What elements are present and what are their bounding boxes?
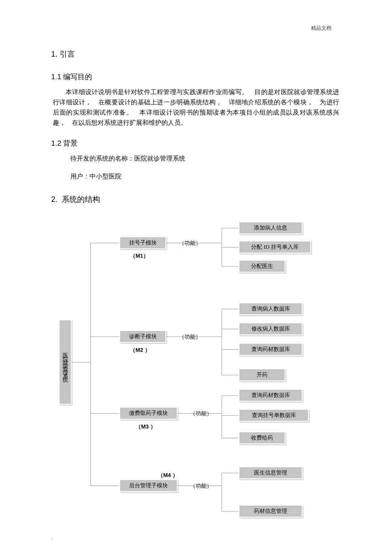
module-m3-func-label: （功能） (190, 410, 212, 417)
module-m1-box: 挂号子模块 (119, 236, 166, 249)
connector (72, 362, 90, 362)
connector (222, 395, 222, 438)
connector (222, 309, 222, 375)
connector (90, 336, 119, 337)
section-1-2-line1: 待开发的系统的名称：医院就诊管理系统 (51, 153, 341, 164)
connector (222, 247, 239, 247)
section-1-2-number: 1.2 (51, 139, 61, 147)
m4-item-1: 药材信息管理 (239, 505, 303, 518)
module-m1-code: （M1） (130, 252, 149, 260)
section-1-title: 引言 (60, 50, 75, 58)
m1-item-2: 分配医生 (239, 260, 285, 273)
module-m4-code: （M4 ） (158, 472, 178, 479)
section-1-2-title: 背景 (63, 139, 78, 147)
structure-diagram: 医院就诊管理系统 挂号子模块 （M1） （功能） 添加病人信息 分配 ID 挂号… (51, 217, 341, 515)
connector (222, 511, 239, 512)
root-box: 医院就诊管理系统 (59, 319, 72, 405)
m1-item-0: 添加病人信息 (239, 221, 303, 234)
section-1-1-title: 编写目的 (63, 73, 92, 81)
module-m2-box: 诊断子模块 (119, 330, 166, 343)
section-2-number: 2. (51, 195, 58, 204)
connector (178, 486, 222, 486)
connector (222, 349, 239, 350)
section-1-heading: 1. 引言 (51, 49, 341, 59)
m3-item-2: 收费给药 (239, 431, 285, 444)
connector (222, 473, 222, 511)
section-1-2-line2: 用户：中小型医院 (51, 171, 341, 181)
footer-dot: . (51, 535, 52, 541)
connector (90, 486, 119, 486)
section-1-1-paragraph: 本详细设计说明书是针对软件工程管理与实践课程作业而编写。 目的是对医院就诊管理系… (51, 87, 341, 128)
connector (222, 375, 239, 375)
m3-item-1: 查询挂号单数据库 (239, 409, 309, 422)
module-m2-func-label: （功能） (179, 333, 201, 341)
section-2-title: 系统的结构 (62, 195, 100, 204)
connector (90, 413, 119, 414)
section-1-1-heading: 1.1 编写目的 (51, 72, 341, 82)
connector (222, 266, 239, 267)
module-m3-box: 缴费取药子模块 (119, 407, 178, 420)
module-m2-code: （M2 ） (130, 346, 150, 354)
m2-item-0: 查询病人数据库 (239, 302, 303, 315)
section-1-2-heading: 1.2 背景 (51, 138, 341, 148)
section-1-1-number: 1.1 (51, 73, 61, 81)
connector (166, 336, 222, 337)
connector (222, 395, 239, 396)
connector (90, 243, 119, 243)
connector (178, 413, 222, 414)
connector (222, 309, 239, 309)
module-m1-func-label: （功能） (179, 239, 201, 247)
header-tag: 精品文档 (311, 25, 331, 32)
m4-item-0: 医生信息管理 (239, 466, 303, 479)
connector (222, 415, 239, 416)
m3-item-0: 查询药材数据库 (239, 389, 303, 402)
m2-item-3: 开药 (239, 368, 285, 381)
connector (222, 473, 239, 473)
m1-item-1: 分配 ID 挂号单入库 (239, 241, 311, 253)
section-2-heading: 2. 系统的结构 (51, 194, 341, 204)
connector (90, 243, 91, 486)
m2-item-1: 修改病人数据库 (239, 322, 303, 335)
connector (166, 243, 222, 243)
m2-item-2: 查询药材数据库 (239, 343, 303, 356)
module-m3-code: （M3 ） (135, 423, 156, 431)
connector (222, 329, 239, 329)
connector (222, 228, 239, 228)
module-m4-func-label: （功能） (190, 482, 212, 490)
connector (222, 438, 239, 438)
module-m4-box: 后台管理子模块 (119, 479, 178, 492)
section-1-number: 1. (51, 50, 58, 58)
